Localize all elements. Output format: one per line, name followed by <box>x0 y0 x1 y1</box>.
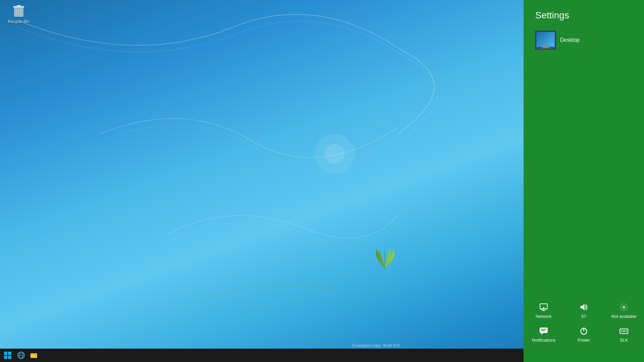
settings-title: Settings <box>524 0 644 27</box>
network-button[interactable]: Network <box>524 298 564 322</box>
desktop-app-label: Desktop <box>560 37 580 43</box>
svg-rect-10 <box>4 352 7 355</box>
svg-line-35 <box>626 309 627 310</box>
volume-label: 57 <box>581 314 586 319</box>
internet-explorer-taskbar-button[interactable] <box>15 349 27 362</box>
svg-rect-51 <box>626 331 627 332</box>
svg-rect-6 <box>17 5 21 6</box>
volume-icon <box>579 303 588 312</box>
power-icon <box>579 326 588 336</box>
recycle-bin-icon[interactable]: Recycle Bin <box>7 3 31 24</box>
svg-rect-48 <box>626 330 627 331</box>
svg-rect-46 <box>623 330 624 331</box>
file-explorer-icon <box>30 351 38 359</box>
svg-rect-47 <box>624 330 625 331</box>
notifications-button[interactable]: Notifications <box>524 322 564 345</box>
recycle-bin-graphic <box>12 3 25 18</box>
svg-point-1 <box>325 144 345 164</box>
settings-bottom-icons: Network 57 Not avail <box>524 298 644 345</box>
network-icon <box>539 303 548 312</box>
svg-point-29 <box>622 306 626 309</box>
power-label: Power <box>578 338 590 343</box>
svg-rect-12 <box>4 356 7 359</box>
file-explorer-taskbar-button[interactable] <box>27 349 40 362</box>
settings-panel: Settings Desktop Network <box>524 0 644 362</box>
brightness-label: Not available <box>611 314 636 319</box>
svg-line-37 <box>621 309 622 310</box>
keyboard-icon <box>619 326 629 336</box>
desktop-app-thumbnail <box>535 31 556 49</box>
svg-rect-49 <box>621 331 622 332</box>
svg-point-0 <box>314 134 355 174</box>
svg-line-34 <box>621 304 622 305</box>
ie-icon <box>17 351 25 359</box>
svg-marker-39 <box>541 333 543 335</box>
keyboard-language-button[interactable]: SLK <box>604 322 644 345</box>
svg-rect-50 <box>623 331 625 332</box>
network-label: Network <box>536 314 552 319</box>
recycle-bin-label: Recycle Bin <box>8 19 29 24</box>
power-button[interactable]: Power <box>564 322 604 345</box>
notifications-label: Notifications <box>532 338 556 343</box>
start-button[interactable] <box>1 349 14 362</box>
svg-line-36 <box>626 304 627 305</box>
svg-marker-28 <box>580 304 584 311</box>
volume-button[interactable]: 57 <box>564 298 604 322</box>
brightness-icon <box>619 303 629 312</box>
leaf-decoration <box>373 245 396 272</box>
svg-rect-11 <box>8 352 11 355</box>
desktop-app-item[interactable]: Desktop <box>524 27 644 53</box>
notifications-icon <box>539 326 548 336</box>
svg-rect-45 <box>621 330 622 331</box>
brightness-button[interactable]: Not available <box>604 298 644 322</box>
svg-rect-13 <box>8 356 11 359</box>
keyboard-label: SLK <box>620 338 628 343</box>
windows-logo-icon <box>4 352 11 359</box>
